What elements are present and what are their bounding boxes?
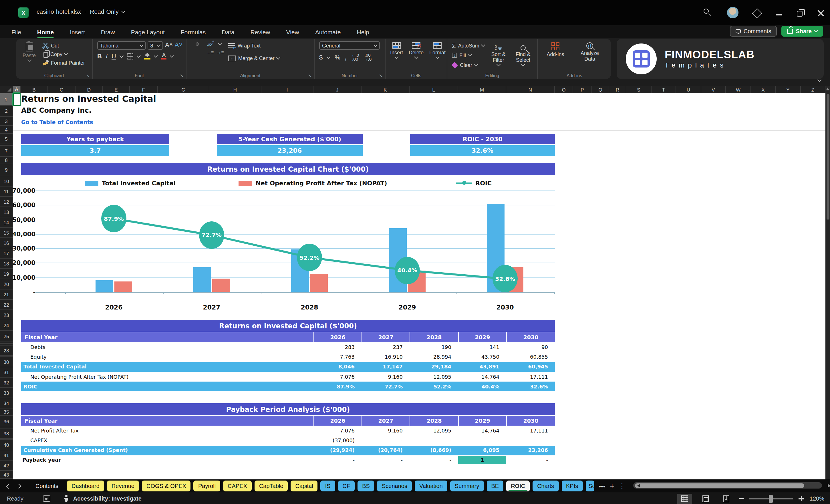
row-header-38[interactable]: 38 (0, 429, 13, 439)
comma-style-button[interactable]: , (345, 54, 347, 61)
row-header-11[interactable]: 11 (0, 187, 13, 197)
column-header-J[interactable]: J (314, 86, 361, 93)
format-cells-button[interactable]: Format (429, 41, 446, 58)
row-header-15[interactable]: 15 (0, 228, 13, 238)
row-header-12[interactable]: 12 (0, 197, 13, 207)
sheet-tab-is[interactable]: IS (321, 480, 335, 492)
clear-button[interactable]: Clear (452, 61, 484, 69)
column-header-L[interactable]: L (410, 86, 458, 93)
align-bottom-button[interactable] (201, 43, 204, 45)
row-header-5[interactable]: 5 (0, 134, 13, 144)
table-of-contents-link[interactable]: Go to Table of Contents (21, 119, 93, 125)
decrease-decimal-button[interactable]: .00→.0 (363, 53, 372, 61)
row-header-1[interactable]: 1 (0, 93, 13, 106)
column-headers[interactable]: ABCDEFGHIJKLMNOPQRSTUVWXYZ (13, 86, 825, 93)
accessibility-status[interactable]: Accessibility: Investigate (73, 496, 141, 502)
shrink-font-button[interactable]: A˅ (174, 41, 183, 50)
alignment-dialog-launcher[interactable]: ↘ (308, 73, 312, 78)
row-header-17[interactable]: 17 (0, 248, 13, 259)
row-header-40[interactable]: 40 (0, 440, 13, 450)
sheet-tab-valuation[interactable]: Valuation (415, 480, 447, 492)
row-header-7[interactable]: 7 (0, 146, 13, 157)
row-header-41[interactable]: 41 (0, 450, 13, 461)
menu-tab-insert[interactable]: Insert (69, 27, 86, 36)
column-header-W[interactable]: W (726, 86, 751, 93)
sheet-tab-cogs-opex[interactable]: COGS & OPEX (142, 480, 191, 492)
menu-tab-formulas[interactable]: Formulas (180, 27, 207, 36)
grow-font-button[interactable]: A˄ (165, 41, 173, 50)
row-header-23[interactable]: 23 (0, 310, 13, 320)
menu-tab-automate[interactable]: Automate (314, 27, 342, 36)
accounting-options[interactable] (327, 55, 331, 59)
column-header-C[interactable]: C (48, 86, 75, 93)
menu-tab-file[interactable]: File (10, 27, 22, 36)
align-top-button[interactable] (191, 43, 193, 45)
underline-button[interactable]: U (111, 53, 116, 60)
menu-tab-draw[interactable]: Draw (100, 27, 116, 36)
increase-decimal-button[interactable]: ←.0.00 (351, 53, 359, 61)
merge-center-button[interactable]: ↔ Merge & Center (228, 54, 280, 62)
sheet-tab-so[interactable]: So (585, 480, 594, 492)
row-header-20[interactable]: 20 (0, 279, 13, 289)
new-sheet-button[interactable]: + (610, 482, 614, 490)
column-header-Z[interactable]: Z (801, 86, 825, 93)
menu-tab-review[interactable]: Review (249, 27, 272, 36)
scroll-left-icon[interactable] (637, 484, 640, 487)
sheet-tab-captable[interactable]: CapTable (255, 480, 288, 492)
chevron-down-icon[interactable] (122, 9, 126, 13)
accounting-format-button[interactable]: $ (319, 54, 323, 61)
insert-cells-button[interactable]: Insert (390, 41, 403, 58)
row-header-43[interactable]: 43 (0, 471, 13, 479)
cut-button[interactable]: Cut (42, 41, 85, 50)
increase-indent-button[interactable]: →≡ (217, 50, 224, 55)
column-header-Y[interactable]: Y (776, 86, 801, 93)
wrap-text-button[interactable]: Wrap Text (228, 41, 280, 50)
column-header-G[interactable]: G (158, 86, 210, 93)
menu-tab-view[interactable]: View (285, 27, 300, 36)
vertical-scroll-thumb[interactable] (826, 94, 829, 220)
sheet-tab-charts[interactable]: Charts (533, 480, 558, 492)
italic-button[interactable]: I (106, 53, 107, 60)
row-header-8[interactable]: 8 (0, 157, 13, 164)
scroll-up-icon[interactable] (826, 88, 829, 90)
scroll-right-icon[interactable] (828, 484, 830, 487)
font-size-select[interactable]: 8 (148, 41, 163, 50)
search-icon[interactable] (703, 8, 712, 17)
page-break-view-button[interactable] (719, 494, 734, 504)
row-header-24[interactable]: 24 (0, 320, 13, 330)
row-header-33[interactable]: 33 (0, 388, 13, 398)
row-header-34[interactable]: 34 (0, 398, 13, 408)
horizontal-scroll-thumb[interactable] (635, 483, 804, 488)
row-header-30[interactable]: 30 (0, 357, 13, 367)
sheet-tab-capex[interactable]: CAPEX (223, 480, 252, 492)
read-only-badge[interactable]: Read-Only (90, 8, 119, 15)
borders-options[interactable] (137, 54, 141, 58)
row-header-4[interactable]: 4 (0, 126, 13, 134)
column-header-H[interactable]: H (210, 86, 261, 93)
sheet-tab-contents[interactable]: Contents (30, 480, 64, 492)
row-header-10[interactable]: 10 (0, 176, 13, 187)
row-header-22[interactable]: 22 (0, 300, 13, 310)
menu-tab-home[interactable]: Home (36, 27, 55, 36)
column-header-D[interactable]: D (75, 86, 103, 93)
column-header-T[interactable]: T (651, 86, 676, 93)
column-header-N[interactable]: N (506, 86, 555, 93)
row-header-32[interactable]: 32 (0, 378, 13, 388)
align-center-button[interactable] (196, 51, 198, 54)
next-sheet-icon[interactable] (17, 484, 22, 489)
bold-button[interactable]: B (97, 53, 102, 60)
row-headers[interactable]: 1234578910111213141516171819202122232425… (0, 93, 13, 479)
sheet-tab-be[interactable]: BE (486, 480, 503, 492)
percent-style-button[interactable]: % (334, 54, 340, 61)
column-header-O[interactable]: O (555, 86, 573, 93)
fill-color-button[interactable] (144, 53, 151, 59)
sheet-tab-cf[interactable]: CF (338, 480, 355, 492)
page-layout-view-button[interactable] (698, 494, 713, 504)
column-header-X[interactable]: X (751, 86, 776, 93)
row-header-18[interactable]: 18 (0, 259, 13, 269)
macro-record-icon[interactable] (43, 496, 50, 502)
row-header-2[interactable]: 2 (0, 106, 13, 117)
premium-diamond-icon[interactable] (752, 8, 763, 19)
row-header-3[interactable]: 3 (0, 117, 13, 126)
orientation-button[interactable]: ab↗ (206, 39, 216, 49)
